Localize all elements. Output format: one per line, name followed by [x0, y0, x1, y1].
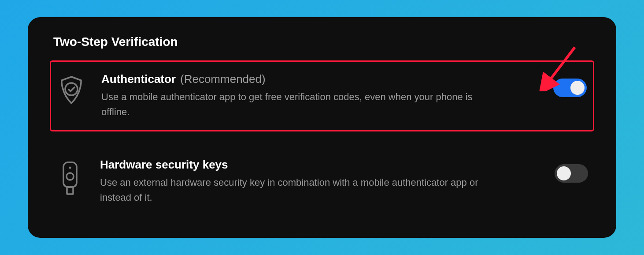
hardware-keys-title: Hardware security keys [100, 158, 228, 172]
authenticator-content: Authenticator (Recommended) Use a mobile… [101, 72, 537, 120]
two-step-verification-card: Two-Step Verification Authenticator (Rec… [28, 17, 616, 238]
section-title: Two-Step Verification [50, 35, 594, 49]
svg-point-0 [65, 83, 78, 95]
hardware-keys-description: Use an external hardware security key in… [100, 175, 479, 205]
authenticator-row: Authenticator (Recommended) Use a mobile… [50, 60, 594, 131]
hardware-keys-content: Hardware security keys Use an external h… [100, 158, 539, 205]
hardware-keys-row: Hardware security keys Use an external h… [50, 147, 594, 216]
authenticator-tag: (Recommended) [180, 72, 266, 86]
hardware-keys-toggle[interactable] [555, 164, 588, 183]
svg-rect-4 [67, 187, 73, 194]
authenticator-toggle[interactable] [553, 79, 587, 97]
authenticator-title: Authenticator [101, 72, 176, 86]
svg-point-3 [67, 173, 74, 180]
svg-point-2 [69, 167, 71, 169]
toggle-knob [557, 166, 571, 180]
svg-rect-1 [63, 162, 77, 187]
hardware-key-icon [56, 158, 84, 193]
toggle-knob [570, 81, 585, 95]
authenticator-description: Use a mobile authenticator app to get fr… [101, 90, 480, 120]
shield-check-icon [57, 72, 85, 108]
